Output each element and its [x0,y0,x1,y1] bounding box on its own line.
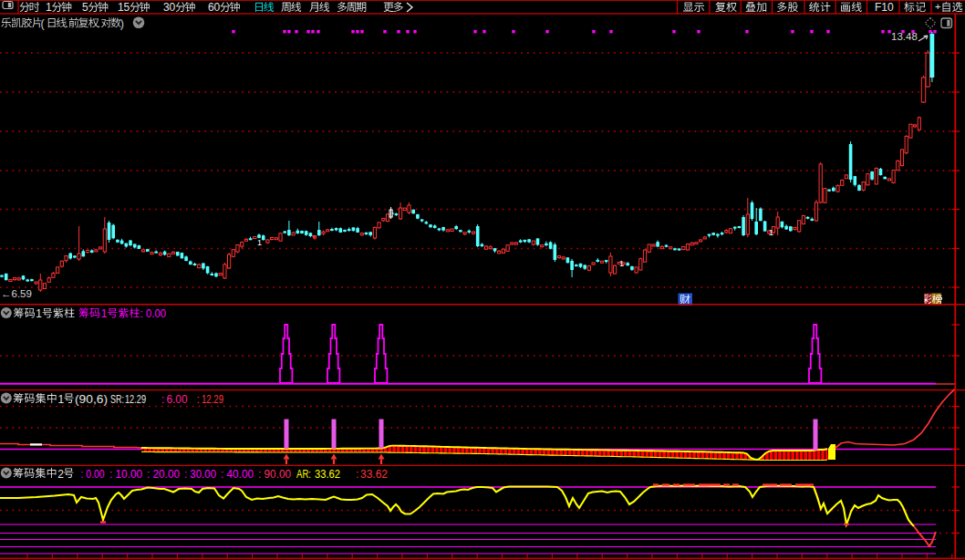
svg-text:1: 1 [46,1,52,14]
svg-text:0: 0 [214,1,221,14]
svg-text:5: 5 [82,1,88,14]
svg-text::: : [197,393,200,406]
svg-text:: 90.00: : 90.00 [258,468,291,481]
svg-text:: 30.00: : 30.00 [184,468,216,481]
svg-text:: 20.00: : 20.00 [147,468,180,481]
svg-text:1: 1 [769,228,773,237]
svg-text:.: . [66,17,68,30]
svg-text:0: 0 [170,1,176,14]
svg-text:): ) [120,17,124,30]
svg-text:SR:: SR: [110,393,124,406]
svg-text:1: 1 [101,307,108,320]
svg-text:: 10.00: : 10.00 [109,468,142,481]
svg-text:1: 1 [36,307,42,320]
svg-text:1: 1 [619,259,624,268]
svg-text:13.48: 13.48 [891,31,918,42]
svg-text:12.29: 12.29 [202,393,223,406]
svg-text:.: . [98,17,100,30]
svg-text:0.00: 0.00 [146,307,166,320]
svg-text:: 40.00: : 40.00 [221,468,254,481]
svg-text:1: 1 [257,238,262,247]
svg-text:: 0.00: : 0.00 [81,468,105,481]
svg-text:(90,6): (90,6) [75,393,108,406]
svg-text:←6.59: ←6.59 [1,288,32,299]
svg-text:33.62: 33.62 [315,468,340,481]
svg-text:1: 1 [58,393,65,406]
svg-text::: : [161,393,164,406]
svg-text:+: + [935,1,940,12]
svg-text:2: 2 [57,468,64,481]
svg-text:5: 5 [124,1,130,14]
svg-text:33.62: 33.62 [360,468,388,481]
svg-text:6.00: 6.00 [167,393,188,406]
svg-text::: : [356,468,358,481]
svg-text:12.29: 12.29 [125,393,146,406]
svg-text:F10: F10 [875,1,894,14]
svg-text:AR:: AR: [296,468,311,481]
svg-text::: : [140,307,143,320]
